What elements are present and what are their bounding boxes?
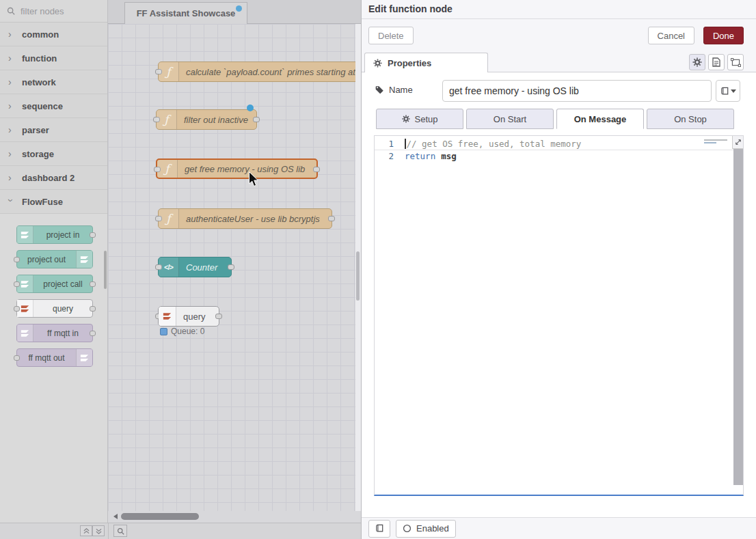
workspace-horizontal-scrollbar[interactable] (108, 511, 361, 523)
palette-search[interactable] (0, 0, 107, 23)
appearance-icon-button[interactable] (727, 54, 744, 70)
expand-all-button[interactable] (92, 525, 105, 536)
palette-category-sequence[interactable]: › sequence (0, 94, 107, 118)
input-port (14, 355, 20, 361)
flow-tab-label: FF Assistant Showcase (137, 8, 236, 18)
code-text: msg (441, 150, 457, 163)
enabled-toggle-button[interactable]: Enabled (396, 520, 456, 538)
edit-tray: Edit function node Delete Cancel Done Pr… (361, 0, 756, 539)
category-label: common (22, 29, 59, 40)
tab-properties[interactable]: Properties (364, 53, 488, 72)
tab-label: On Message (574, 114, 627, 124)
workspace-tabbar: FF Assistant Showcase (108, 0, 361, 24)
palette-node-project-call[interactable]: project call (16, 275, 93, 293)
node-counter[interactable]: </> Counter (158, 257, 232, 277)
palette-category-dashboard2[interactable]: › dashboard 2 (0, 166, 107, 190)
query-icon (159, 307, 176, 326)
properties-icon-button[interactable] (689, 54, 705, 70)
mouse-cursor-icon (248, 171, 259, 187)
tab-on-stop[interactable]: On Stop (647, 109, 734, 129)
chevron-right-icon: › (8, 77, 14, 87)
flowfuse-logo-icon (76, 349, 92, 366)
zoom-search-button[interactable] (113, 525, 127, 537)
expand-editor-button[interactable] (732, 136, 743, 149)
node-label: authenticateUser - use lib bcryptjs (186, 214, 320, 224)
workspace-footer (0, 523, 361, 539)
input-port (14, 306, 20, 312)
palette-category-storage[interactable]: › storage (0, 142, 107, 166)
node-authenticate-user[interactable]: ƒ authenticateUser - use lib bcryptjs (158, 208, 332, 229)
chevron-right-icon: › (8, 29, 14, 39)
palette-node-label: project in (33, 230, 92, 240)
node-get-free-memory[interactable]: ƒ get free memory - using OS lib (156, 158, 318, 179)
library-button[interactable] (716, 80, 740, 102)
function-icon: ƒ (157, 160, 178, 178)
search-icon (117, 527, 124, 535)
output-port[interactable] (253, 117, 260, 122)
code-editor[interactable]: 1 // get OS free, used, total memory 2 r… (374, 135, 744, 496)
tab-setup[interactable]: Setup (376, 109, 463, 129)
chevron-right-icon: › (8, 53, 14, 63)
palette-node-query[interactable]: query (16, 299, 93, 318)
editor-minimap-scrollbar[interactable] (733, 149, 743, 485)
delete-button[interactable]: Delete (368, 27, 414, 44)
palette-category-function[interactable]: › function (0, 46, 107, 70)
output-port[interactable] (228, 264, 234, 270)
flowfuse-logo-icon (17, 324, 33, 342)
function-icon: ƒ (157, 110, 177, 129)
output-port (90, 331, 96, 336)
palette-node-label: project out (17, 255, 76, 264)
palette-node-label: ff mqtt in (33, 329, 92, 338)
scroll-left-arrow-icon[interactable] (112, 513, 119, 520)
library-export-button[interactable] (368, 520, 390, 538)
tray-tabs-row: Properties (362, 51, 756, 72)
chevron-right-icon: › (8, 173, 14, 182)
output-port[interactable] (328, 216, 335, 221)
function-icon: ƒ (159, 62, 179, 81)
tray-content: Name Setup On Start On Message On Stop (362, 73, 756, 517)
code-comment: // get OS free, used, total memory (407, 138, 582, 150)
chevron-right-icon: › (8, 101, 14, 111)
palette-category-flowfuse[interactable]: › FlowFuse (0, 190, 107, 214)
done-button[interactable]: Done (703, 27, 744, 44)
collapse-all-button[interactable] (80, 525, 92, 536)
palette-scrollbar[interactable] (104, 251, 107, 289)
scrollbar-thumb[interactable] (356, 251, 360, 301)
node-label: get free memory - using OS lib (185, 164, 305, 174)
tab-on-message[interactable]: On Message (556, 109, 644, 129)
palette-node-project-in[interactable]: project in (16, 225, 93, 244)
palette-category-network[interactable]: › network (0, 70, 107, 94)
palette-node-project-out[interactable]: project out (16, 250, 93, 268)
description-icon-button[interactable] (708, 54, 725, 70)
name-input[interactable] (442, 80, 712, 102)
name-label-text: Name (389, 85, 413, 95)
node-filter-out-inactive[interactable]: ƒ filter out inactive (156, 109, 257, 130)
cancel-button[interactable]: Cancel (648, 27, 694, 44)
scrollbar-thumb[interactable] (121, 513, 199, 520)
line-number: 2 (375, 150, 405, 163)
chevron-right-icon: › (8, 149, 14, 158)
palette-category-common[interactable]: › common (0, 23, 107, 46)
node-query[interactable]: query (158, 306, 219, 327)
tab-label: Properties (388, 58, 431, 68)
palette-category-parser[interactable]: › parser (0, 118, 107, 142)
object-group-icon (731, 58, 741, 67)
palette-filter-input[interactable] (19, 5, 94, 17)
expand-icon (735, 139, 742, 146)
flow-canvas[interactable]: ƒ calculate `payload.count` primes start… (108, 24, 355, 511)
tab-on-start[interactable]: On Start (466, 109, 554, 129)
code-line-1: 1 // get OS free, used, total memory (375, 138, 743, 150)
output-port[interactable] (215, 314, 222, 319)
palette-node-ff-mqtt-out[interactable]: ff mqtt out (16, 348, 93, 367)
workspace-vertical-scrollbar[interactable] (355, 24, 361, 511)
code-line-2: 2 return msg (375, 150, 743, 163)
caret-down-icon (731, 89, 736, 93)
palette-node-ff-mqtt-in[interactable]: ff mqtt in (16, 324, 93, 342)
flow-tab[interactable]: FF Assistant Showcase (124, 2, 247, 24)
tab-modified-dot-icon (236, 5, 242, 12)
book-icon (375, 524, 383, 533)
category-label: storage (22, 149, 54, 159)
tray-title: Edit function node (362, 0, 756, 19)
output-port[interactable] (313, 167, 320, 172)
node-calculate-primes[interactable]: ƒ calculate `payload.count` primes start… (158, 61, 355, 82)
